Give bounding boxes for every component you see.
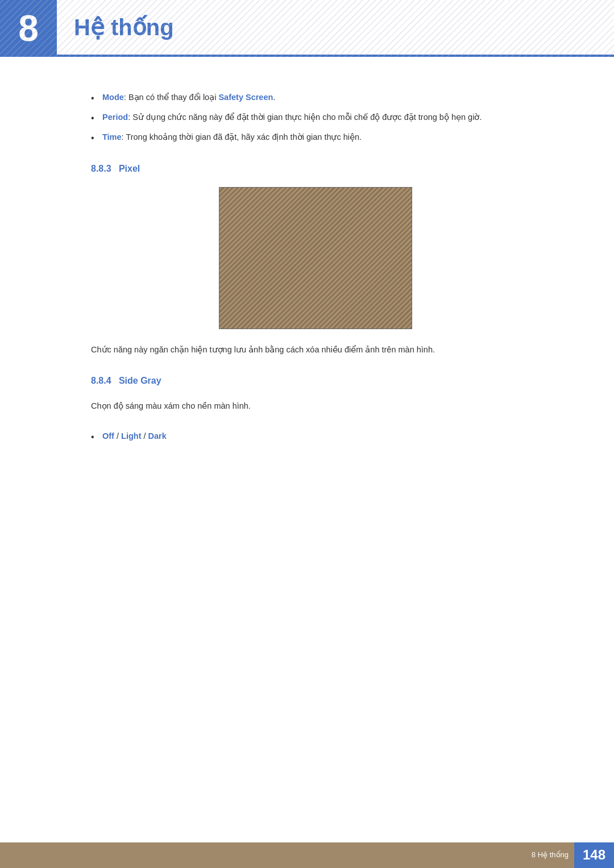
side-gray-options-item: Off / Light / Dark [91,430,540,443]
sep1: / [114,431,121,441]
list-item: Time: Trong khoảng thời gian đã đặt, hãy… [91,131,540,144]
term-mode: Mode [102,93,124,102]
bullet-list: Mode: Bạn có thể thay đổi loại Safety Sc… [91,91,540,144]
section-883-id: 8.8.3 [91,164,111,173]
option-light: Light [121,431,141,441]
section-883-title: Pixel [119,164,140,173]
sep2: / [141,431,148,441]
pixel-description: Chức năng này ngăn chặn hiện tượng lưu ả… [91,343,540,356]
section-884-id: 8.8.4 [91,376,111,385]
pixel-image-container [91,187,540,329]
section-884-heading: 8.8.4 Side Gray [91,373,540,388]
footer-page-number: 148 [574,842,614,868]
side-gray-options-list: Off / Light / Dark [91,430,540,443]
term-time: Time [102,132,122,142]
term-safety-screen: Safety Screen [218,93,273,102]
side-gray-description: Chọn độ sáng màu xám cho nền màn hình. [91,400,540,413]
footer-chapter-ref: 8 Hệ thống [532,849,574,861]
section-884-title: Side Gray [119,376,161,385]
mode-text: : Bạn có thể thay đổi loại [124,93,219,102]
option-dark: Dark [148,431,167,441]
section-883-heading: 8.8.3 Pixel [91,161,540,176]
pixel-image [219,187,412,329]
mode-end: . [273,93,275,102]
chapter-header: 8 Hệ thống [0,0,614,57]
list-item: Mode: Bạn có thể thay đổi loại Safety Sc… [91,91,540,104]
main-content: Mode: Bạn có thể thay đổi loại Safety Sc… [0,80,614,505]
list-item: Period: Sử dụng chức năng này để đặt thờ… [91,111,540,124]
time-text: : Trong khoảng thời gian đã đặt, hãy xác… [122,132,362,142]
term-period: Period [102,113,128,122]
footer: 8 Hệ thống 148 [0,842,614,868]
period-text: : Sử dụng chức năng này để đặt thời gian… [128,113,482,122]
option-off: Off [102,431,114,441]
